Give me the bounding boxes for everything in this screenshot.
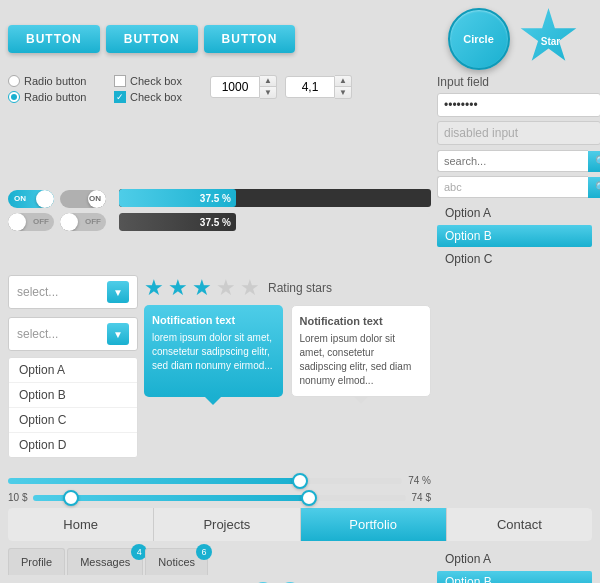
notices-badge: 6 (196, 544, 212, 560)
notif-gray-title: Notification text (300, 314, 423, 329)
dropdown-option-b[interactable]: Option B (9, 383, 137, 408)
search-button-2[interactable]: 🔍 (588, 177, 600, 198)
star-1[interactable]: ★ (144, 275, 164, 301)
progress-bar-light-2: 37.5 % (119, 213, 431, 231)
progress-label-1: 37.5 % (200, 193, 231, 204)
toggle-on-label-2: ON (89, 194, 101, 203)
number-field-2[interactable] (285, 76, 335, 98)
notification-row: Notification text lorem ipsum dolor sit … (144, 305, 431, 397)
star-2[interactable]: ★ (168, 275, 188, 301)
radio-label-1: Radio button (24, 75, 86, 87)
radio-option-2[interactable]: Radio button (8, 91, 108, 103)
radio-dot-1 (8, 75, 20, 87)
radio-label-2: Radio button (24, 91, 86, 103)
dropdown-option-c[interactable]: Option C (9, 408, 137, 433)
star-5[interactable]: ★ (240, 275, 260, 301)
notif-blue-arrow (205, 397, 221, 405)
select-box-2[interactable]: select... ▼ (8, 317, 138, 351)
select-placeholder-2: select... (17, 327, 58, 341)
tab-messages-label: Messages (80, 556, 130, 568)
slider-single: 74 % (8, 475, 431, 486)
search-input-abc[interactable] (437, 176, 588, 198)
search-row-1: 🔍 (437, 150, 592, 172)
checkbox-label-2: Check box (130, 91, 182, 103)
toggle-on-1[interactable]: ON (8, 190, 54, 208)
notif-blue-body: lorem ipsum dolor sit amet, consetetur s… (152, 331, 275, 373)
slider-max-label: 74 $ (412, 492, 431, 503)
rating-row: ★ ★ ★ ★ ★ Rating stars (144, 275, 431, 301)
spinner-down-1[interactable]: ▼ (260, 87, 276, 98)
slider-label-1: 74 % (408, 475, 431, 486)
notif-gray-arrow (353, 396, 369, 404)
select-placeholder-1: select... (17, 285, 58, 299)
password-field[interactable] (437, 93, 600, 117)
select-chevron-2: ▼ (107, 323, 129, 345)
radio-dot-2 (8, 91, 20, 103)
option-bottom-b[interactable]: Option B (437, 571, 592, 583)
toggle-on-2[interactable]: ON (60, 190, 106, 208)
option-right-b[interactable]: Option B (437, 225, 592, 247)
search-button-1[interactable]: 🔍 (588, 151, 600, 172)
circle-badge[interactable]: Circle (448, 8, 510, 70)
progress-label-2: 37.5 % (200, 217, 231, 228)
toggle-on-label-1: ON (14, 194, 26, 203)
nav-portfolio[interactable]: Portfolio (301, 508, 447, 541)
notif-blue-title: Notification text (152, 313, 275, 328)
star-badge-label: Star (541, 36, 560, 47)
options-list-right: Option A Option B Option C (437, 202, 592, 270)
option-right-a[interactable]: Option A (437, 202, 592, 224)
number-input-1[interactable]: ▲ ▼ (210, 75, 277, 99)
checkbox-label-1: Check box (130, 75, 182, 87)
tab-messages[interactable]: Messages 4 (67, 548, 143, 575)
select-box-1[interactable]: select... ▼ (8, 275, 138, 309)
button-1[interactable]: BUTTON (8, 25, 100, 53)
spinner-up-2[interactable]: ▲ (335, 76, 351, 87)
search-input[interactable] (437, 150, 588, 172)
star-4[interactable]: ★ (216, 275, 236, 301)
tab-profile-label: Profile (21, 556, 52, 568)
checkbox-option-1[interactable]: Check box (114, 75, 204, 87)
slider-thumb-low[interactable] (63, 490, 79, 506)
circle-badge-label: Circle (463, 33, 494, 45)
disabled-input (437, 121, 600, 145)
button-3[interactable]: BUTTON (204, 25, 296, 53)
checkbox-option-2[interactable]: Check box (114, 91, 204, 103)
star-3[interactable]: ★ (192, 275, 212, 301)
spinner-up-1[interactable]: ▲ (260, 76, 276, 87)
slider-thumb-high[interactable] (301, 490, 317, 506)
slider-range: 10 $ 74 $ (8, 492, 431, 503)
progress-bar-dark-1: 37.5 % (119, 189, 431, 207)
option-right-c[interactable]: Option C (437, 248, 592, 270)
input-field-label: Input field (437, 75, 592, 89)
check-box-2 (114, 91, 126, 103)
tab-notices-label: Notices (158, 556, 195, 568)
dropdown-option-d[interactable]: Option D (9, 433, 137, 457)
check-box-1 (114, 75, 126, 87)
number-field-1[interactable] (210, 76, 260, 98)
nav-projects[interactable]: Projects (154, 508, 300, 541)
notif-gray-body: Lorem ipsum dolor sit amet, consetetur s… (300, 332, 423, 388)
slider-thumb-1[interactable] (292, 473, 308, 489)
toggle-off-label-1: OFF (33, 217, 49, 226)
search-row-2: 🔍 (437, 176, 592, 198)
nav-home[interactable]: Home (8, 508, 154, 541)
nav-contact[interactable]: Contact (447, 508, 592, 541)
notification-gray: Notification text Lorem ipsum dolor sit … (291, 305, 432, 397)
spinner-down-2[interactable]: ▼ (335, 87, 351, 98)
radio-option-1[interactable]: Radio button (8, 75, 108, 87)
toggle-off-2[interactable]: OFF (60, 213, 106, 231)
dropdown-options: Option A Option B Option C Option D (8, 357, 138, 458)
button-2[interactable]: BUTTON (106, 25, 198, 53)
nav-bar: Home Projects Portfolio Contact (8, 508, 592, 541)
option-bottom-a[interactable]: Option A (437, 548, 592, 570)
number-input-2[interactable]: ▲ ▼ (285, 75, 352, 99)
dropdown-option-a[interactable]: Option A (9, 358, 137, 383)
toggle-off-1[interactable]: OFF (8, 213, 54, 231)
rating-label: Rating stars (268, 281, 332, 295)
tab-notices[interactable]: Notices 6 (145, 548, 208, 575)
select-chevron-1: ▼ (107, 281, 129, 303)
tab-profile[interactable]: Profile (8, 548, 65, 575)
notification-blue: Notification text lorem ipsum dolor sit … (144, 305, 283, 397)
options-bottom-list: Option A Option B Option C Option D (437, 548, 592, 583)
slider-min-label: 10 $ (8, 492, 27, 503)
